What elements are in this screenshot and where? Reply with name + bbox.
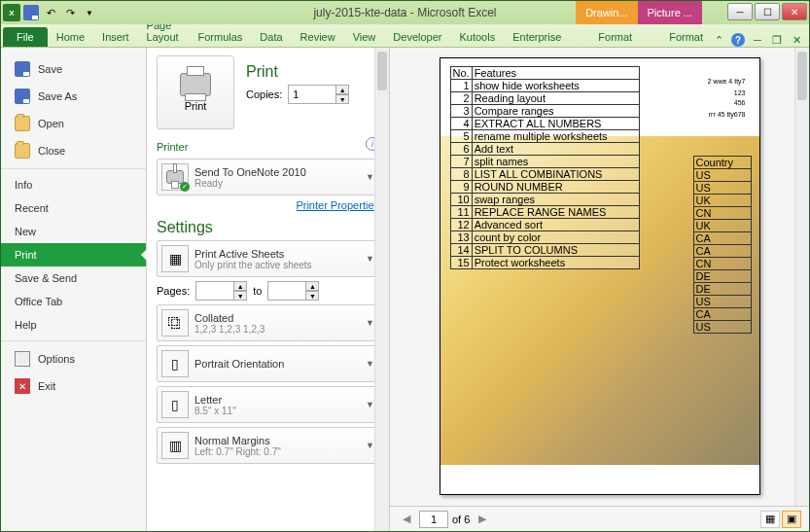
undo-qat-icon[interactable]: ↶ bbox=[42, 4, 59, 21]
nav-exit-label: Exit bbox=[38, 380, 55, 392]
pages-to-input[interactable] bbox=[267, 281, 306, 301]
nav-save-as[interactable]: Save As bbox=[1, 83, 146, 110]
printer-dropdown[interactable]: ✓ Send To OneNote 2010Ready ▼ bbox=[157, 159, 379, 195]
settings-heading: Settings bbox=[157, 219, 379, 236]
excel-icon: X bbox=[3, 4, 20, 21]
drawing-tools-tab[interactable]: Drawin... bbox=[576, 1, 637, 24]
orient-title: Portrait Orientation bbox=[194, 358, 360, 370]
printer-heading: Printeri bbox=[157, 137, 379, 155]
scope-sub: Only print the active sheets bbox=[194, 260, 360, 270]
help-icon[interactable]: ? bbox=[731, 33, 745, 47]
review-tab[interactable]: Review bbox=[292, 27, 344, 47]
country-table: CountryUSUSUKCNUKCACACNDEDEUSCAUS bbox=[693, 156, 752, 334]
maximize-button[interactable]: ☐ bbox=[755, 3, 780, 20]
print-button[interactable]: Print bbox=[157, 55, 234, 129]
pages-to-up[interactable]: ▲ bbox=[305, 281, 319, 291]
nav-officetab-label: Office Tab bbox=[15, 296, 62, 307]
nav-save-send[interactable]: Save & Send bbox=[1, 266, 146, 290]
paper-size-dropdown[interactable]: ▯ Letter8.5" x 11" ▼ bbox=[157, 386, 379, 423]
chevron-down-icon: ▼ bbox=[366, 172, 374, 182]
developer-tab[interactable]: Developer bbox=[384, 27, 450, 47]
disk-icon bbox=[15, 89, 30, 104]
nav-exit[interactable]: ✕Exit bbox=[1, 372, 146, 400]
nav-office-tab[interactable]: Office Tab bbox=[1, 290, 146, 313]
printer-icon bbox=[180, 73, 211, 96]
features-table: No.Features1show hide worksheets2Reading… bbox=[450, 66, 640, 269]
page-total-label: of 6 bbox=[452, 514, 470, 525]
kutools-tab[interactable]: Kutools bbox=[450, 27, 504, 47]
backstage-nav: Save Save As Open Close Info Recent New … bbox=[1, 48, 147, 531]
pages-from-up[interactable]: ▲ bbox=[233, 281, 247, 291]
exit-icon: ✕ bbox=[15, 378, 30, 394]
zoom-to-page-button[interactable]: ▣ bbox=[782, 511, 801, 528]
nav-close[interactable]: Close bbox=[1, 137, 146, 164]
printer-properties-link[interactable]: Printer Properties bbox=[157, 199, 379, 211]
orientation-dropdown[interactable]: ▯ Portrait Orientation ▼ bbox=[157, 345, 379, 382]
copies-input[interactable] bbox=[288, 85, 336, 104]
nav-info[interactable]: Info bbox=[1, 173, 146, 196]
minimize-button[interactable]: ─ bbox=[727, 3, 753, 20]
insert-tab[interactable]: Insert bbox=[93, 27, 138, 47]
title-bar: X ↶ ↷ ▼ july-2015-kte-data - Microsoft E… bbox=[1, 1, 809, 24]
data-tab[interactable]: Data bbox=[251, 27, 291, 47]
pages-to-down[interactable]: ▼ bbox=[305, 291, 319, 301]
close-button[interactable]: ✕ bbox=[782, 3, 807, 20]
home-tab[interactable]: Home bbox=[48, 27, 93, 47]
nav-recent[interactable]: Recent bbox=[1, 196, 146, 220]
collate-dropdown[interactable]: ⿻ Collated1,2,3 1,2,3 1,2,3 ▼ bbox=[157, 304, 379, 341]
file-tab[interactable]: File bbox=[3, 27, 48, 47]
print-button-label: Print bbox=[185, 100, 207, 112]
misc-text: rrr 45 tty678 bbox=[709, 111, 746, 118]
pages-from-down[interactable]: ▼ bbox=[233, 291, 247, 301]
drawing-format-tab[interactable]: Format bbox=[589, 27, 641, 47]
redo-qat-icon[interactable]: ↷ bbox=[61, 4, 79, 21]
preview-scrollbar[interactable] bbox=[794, 48, 809, 506]
picture-tools-tab[interactable]: Picture ... bbox=[638, 1, 702, 24]
pages-from-input[interactable] bbox=[195, 281, 234, 301]
nav-savesend-label: Save & Send bbox=[15, 272, 77, 284]
size-title: Letter bbox=[194, 394, 360, 406]
folder-icon bbox=[15, 143, 30, 159]
nav-open[interactable]: Open bbox=[1, 110, 146, 137]
doc-close-icon[interactable]: ✕ bbox=[790, 33, 803, 47]
doc-minimize-icon[interactable]: ─ bbox=[751, 33, 764, 47]
enterprise-tab[interactable]: Enterprise bbox=[504, 27, 570, 47]
print-scope-dropdown[interactable]: ▦ Print Active SheetsOnly print the acti… bbox=[157, 240, 379, 277]
print-settings-panel: Print Print Copies: ▲▼ Printeri ✓ Sen bbox=[147, 48, 390, 531]
prev-page-button[interactable]: ◀ bbox=[398, 511, 415, 528]
formulas-tab[interactable]: Formulas bbox=[190, 27, 252, 47]
view-tab[interactable]: View bbox=[344, 27, 385, 47]
print-preview-panel: No.Features1show hide worksheets2Reading… bbox=[390, 48, 809, 531]
copies-down[interactable]: ▼ bbox=[335, 94, 349, 104]
copies-up[interactable]: ▲ bbox=[335, 85, 349, 94]
show-margins-button[interactable]: ▦ bbox=[760, 511, 780, 528]
collate-title: Collated bbox=[194, 312, 360, 324]
ribbon-tabs: File Home Insert Page Layout Formulas Da… bbox=[1, 24, 809, 48]
nav-options[interactable]: Options bbox=[1, 345, 146, 372]
nav-recent-label: Recent bbox=[15, 202, 49, 214]
settings-scrollbar[interactable] bbox=[374, 48, 389, 531]
nav-save[interactable]: Save bbox=[1, 55, 146, 83]
chevron-down-icon: ▼ bbox=[366, 254, 374, 264]
picture-format-tab[interactable]: Format bbox=[660, 27, 712, 47]
nav-help[interactable]: Help bbox=[1, 313, 146, 337]
page-number-input[interactable] bbox=[419, 511, 448, 528]
misc-text: 456 bbox=[734, 99, 746, 106]
qat-customize-icon[interactable]: ▼ bbox=[81, 4, 98, 21]
page-icon: ▯ bbox=[161, 391, 189, 418]
margins-dropdown[interactable]: ▥ Normal MarginsLeft: 0.7" Right: 0.7" ▼ bbox=[157, 427, 379, 464]
nav-help-label: Help bbox=[15, 319, 37, 331]
doc-restore-icon[interactable]: ❐ bbox=[770, 33, 784, 47]
copies-label: Copies: bbox=[246, 89, 282, 100]
nav-print[interactable]: Print bbox=[1, 243, 146, 266]
portrait-icon: ▯ bbox=[161, 350, 189, 377]
nav-open-label: Open bbox=[38, 118, 64, 129]
print-heading: Print bbox=[246, 63, 349, 81]
misc-text: 123 bbox=[734, 89, 746, 96]
nav-new[interactable]: New bbox=[1, 220, 146, 243]
minimize-ribbon-icon[interactable]: ⌃ bbox=[712, 33, 725, 47]
nav-info-label: Info bbox=[15, 179, 32, 191]
save-qat-icon[interactable] bbox=[22, 4, 40, 21]
chevron-down-icon: ▼ bbox=[366, 441, 374, 450]
next-page-button[interactable]: ▶ bbox=[474, 511, 491, 528]
